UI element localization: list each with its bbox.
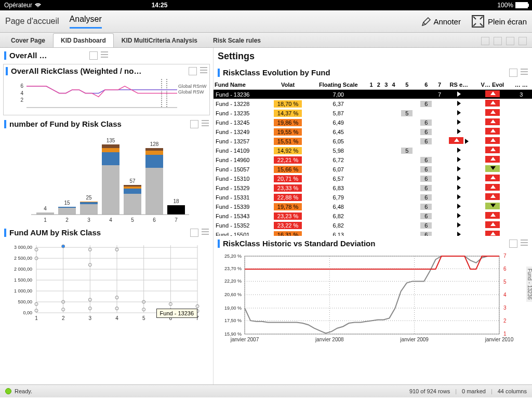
col-header[interactable]: 6: [417, 80, 436, 90]
col-header[interactable]: Floating Scale: [309, 80, 367, 90]
col-header[interactable]: 7: [436, 80, 443, 90]
svg-text:7: 7: [175, 217, 178, 223]
col-header[interactable]: 3: [382, 80, 390, 90]
toolbar-icon-1[interactable]: [481, 37, 489, 45]
panel-list-icon[interactable]: [101, 51, 108, 59]
p5-header: RiskClass Historic vs Standard Deviation: [214, 236, 532, 251]
ready-label: Ready.: [15, 388, 32, 394]
col-header[interactable]: 4: [390, 80, 397, 90]
svg-rect-30: [124, 185, 141, 187]
svg-text:1: 1: [35, 315, 38, 321]
trend-up-icon: [485, 231, 500, 236]
overall-header: OverAll …: [0, 48, 112, 63]
table-row[interactable]: Fund - 1531020,71 %6,576: [214, 174, 532, 183]
col-header[interactable]: 5: [397, 80, 417, 90]
table-row[interactable]: Fund - 1550116,31 %6,136: [214, 230, 532, 236]
svg-text:3: 3: [503, 305, 507, 311]
col-header[interactable]: Fund Name: [214, 80, 267, 90]
table-row[interactable]: Fund - 1533122,88 %6,796: [214, 193, 532, 202]
panel-list-icon[interactable]: [521, 69, 528, 76]
table-row[interactable]: Fund - 1496022,21 %6,726: [214, 155, 532, 165]
home-nav[interactable]: Page d'accueil: [5, 17, 59, 26]
svg-text:20,60 %: 20,60 %: [224, 292, 242, 297]
col-header[interactable]: 1: [367, 80, 375, 90]
panel-list-icon[interactable]: [202, 120, 209, 127]
table-row[interactable]: Fund - 1323625,19 %7,0073: [214, 90, 532, 99]
svg-rect-28: [124, 189, 141, 194]
table-row[interactable]: Fund - 1535223,22 %6,826: [214, 221, 532, 230]
play-icon: [457, 101, 461, 106]
panel-menu-icon[interactable]: [509, 240, 517, 248]
table-row[interactable]: Fund - 1324519,86 %6,496: [214, 118, 532, 127]
svg-text:1: 1: [503, 331, 507, 337]
play-icon: [457, 222, 461, 228]
table-row[interactable]: Fund - 1410914,92 %5,985: [214, 146, 532, 155]
panel-list-icon[interactable]: [521, 240, 528, 247]
svg-text:3: 3: [87, 217, 90, 223]
panel-menu-icon[interactable]: [89, 51, 98, 60]
table-row[interactable]: Fund - 1325715,51 %6,056: [214, 137, 532, 146]
panel-menu-icon[interactable]: [190, 229, 198, 237]
col-header[interactable]: Volat: [267, 80, 310, 90]
svg-text:janvier 2008: janvier 2008: [315, 337, 344, 342]
toolbar-icon-2[interactable]: [494, 37, 502, 45]
svg-text:5: 5: [131, 217, 134, 223]
svg-text:5: 5: [142, 315, 145, 321]
fullscreen-label: Plein écran: [488, 17, 527, 26]
svg-text:janvier 2007: janvier 2007: [230, 337, 259, 342]
annotate-label: Annoter: [433, 17, 461, 26]
trend-up-icon: [485, 128, 500, 135]
panel-list-icon[interactable]: [202, 229, 209, 236]
panel-list-icon[interactable]: [200, 67, 207, 74]
table-row[interactable]: Fund - 1534323,23 %6,826: [214, 211, 532, 221]
chart-p2: 4115225313545751286187: [0, 131, 208, 225]
analyze-nav[interactable]: Analyser: [70, 15, 102, 29]
panel-menu-icon[interactable]: [189, 67, 197, 75]
tab-riskscale[interactable]: Risk Scale rules: [205, 33, 269, 47]
svg-text:17,50 %: 17,50 %: [224, 318, 242, 323]
annotate-button[interactable]: Annoter: [421, 17, 461, 26]
col-header[interactable]: V… Evol: [474, 80, 510, 90]
toolbar-icon-3[interactable]: [518, 37, 527, 45]
play-icon: [457, 110, 461, 115]
panel-menu-icon[interactable]: [190, 120, 198, 128]
svg-rect-36: [145, 148, 163, 151]
trend-up-icon: [485, 109, 500, 116]
table-row[interactable]: Fund - 1533919,78 %6,486: [214, 202, 532, 211]
tab-multicriteria[interactable]: KID MultiCriteria Analysis: [114, 33, 205, 47]
table-row[interactable]: Fund - 1322818,70 %6,376: [214, 99, 532, 109]
play-icon: [457, 213, 461, 218]
filter-icon[interactable]: [506, 37, 514, 45]
svg-text:1: 1: [44, 217, 47, 223]
panel-menu-icon[interactable]: [509, 69, 517, 77]
p3-header: Fund AUM by Risk Class: [0, 225, 213, 240]
svg-rect-18: [80, 202, 98, 202]
col-header[interactable]: 2: [375, 80, 382, 90]
fullscreen-button[interactable]: Plein écran: [471, 15, 527, 28]
svg-text:janvier 2010: janvier 2010: [485, 337, 514, 342]
play-icon: [457, 129, 461, 134]
col-header[interactable]: … …: [510, 80, 532, 90]
wifi-icon: [34, 3, 42, 8]
tab-cover[interactable]: Cover Page: [3, 33, 53, 47]
table-row[interactable]: Fund - 1324919,55 %6,456: [214, 127, 532, 137]
svg-rect-12: [58, 208, 76, 215]
p2-header: number of Fund by Risk Class: [0, 116, 213, 131]
series-label: Fund - 13236: [526, 267, 532, 302]
table-row[interactable]: Fund - 1532923,33 %6,836: [214, 183, 532, 193]
riskclass-table[interactable]: Fund NameVolatFloating Scale1234567RS e……: [214, 80, 532, 236]
svg-text:2: 2: [62, 315, 65, 321]
clock: 14:25: [42, 2, 277, 9]
ready-dot-icon: [5, 388, 11, 394]
svg-text:4: 4: [115, 315, 118, 321]
play-icon: [457, 148, 461, 153]
svg-text:25,20 %: 25,20 %: [224, 254, 242, 259]
table-row[interactable]: Fund - 1323514,37 %5,875: [214, 109, 532, 118]
svg-text:500,00: 500,00: [18, 299, 32, 304]
trend-up-icon: [485, 156, 500, 163]
svg-rect-9: [36, 212, 54, 215]
tab-kid-dashboard[interactable]: KID Dashboard: [53, 33, 114, 47]
col-header[interactable]: RS e…: [443, 80, 474, 90]
table-row[interactable]: Fund - 1505715,66 %6,076: [214, 165, 532, 174]
trend-down-icon: [485, 203, 500, 209]
